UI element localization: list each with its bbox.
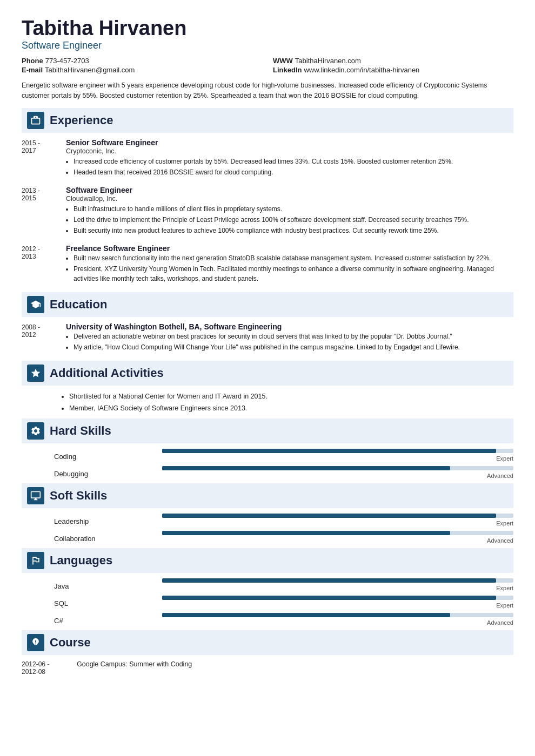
edu-1-bullet-2: My article, "How Cloud Computing Will Ch…	[73, 342, 513, 352]
hard-skill-1-fill	[162, 449, 496, 453]
job-3-bullet-1: Built new search functionality into the …	[73, 253, 513, 263]
job-1-bullet-1: Increased code efficiency of customer po…	[73, 157, 513, 166]
soft-skill-1-level: Expert	[496, 520, 513, 526]
settings-icon	[30, 426, 41, 436]
job-3-title: Freelance Software Engineer	[66, 244, 513, 253]
education-icon	[27, 296, 44, 313]
job-3-bullets: Built new search functionality into the …	[73, 253, 513, 284]
job-3-details: Freelance Software Engineer Built new se…	[66, 244, 513, 285]
languages-title: Languages	[50, 554, 112, 568]
hard-skill-1-level: Expert	[496, 455, 513, 462]
www-label: WWW	[273, 57, 293, 65]
edu-1-details: University of Washington Bothell, BA, So…	[66, 322, 513, 353]
candidate-name: Tabitha Hirvanen	[22, 17, 513, 40]
email-item: E-mailTabithaHirvanen@gmail.com	[22, 66, 262, 74]
job-1-details: Senior Software Engineer Cryptoconic, In…	[66, 138, 513, 178]
lang-3: C# Advanced	[22, 613, 513, 626]
activity-2: Member, IAENG Society of Software Engine…	[69, 403, 513, 414]
experience-list: 2015 -2017 Senior Software Engineer Cryp…	[22, 138, 513, 285]
job-1-bullets: Increased code efficiency of customer po…	[73, 157, 513, 177]
contact-grid: Phone773-457-2703 WWWTabithaHirvanen.com…	[22, 57, 513, 74]
lang-1-level: Expert	[496, 585, 513, 591]
resume-header: Tabitha Hirvanen Software Engineer Phone…	[22, 17, 513, 100]
additional-section-header: Additional Activities	[22, 361, 513, 386]
education-list: 2008 -2012 University of Washington Both…	[22, 322, 513, 353]
edu-1-bullets: Delivered an actionable webinar on best …	[73, 332, 513, 352]
candidate-title: Software Engineer	[22, 40, 513, 51]
job-2-details: Software Engineer Cloudwallop, Inc. Buil…	[66, 186, 513, 237]
lang-2-level: Expert	[496, 602, 513, 609]
course-1-title: Google Campus: Summer with Coding	[77, 660, 513, 676]
hard-skills-section-header: Hard Skills	[22, 418, 513, 443]
languages-section-header: Languages	[22, 548, 513, 573]
hard-skills-list: Coding Expert Debugging Advanced	[22, 449, 513, 479]
soft-skill-1-name: Leadership	[54, 517, 162, 526]
www-value: TabithaHirvanen.com	[295, 57, 361, 65]
job-1-title: Senior Software Engineer	[66, 138, 513, 147]
job-2-years: 2013 -2015	[22, 186, 59, 237]
briefcase-icon	[30, 115, 41, 126]
www-item: WWWTabithaHirvanen.com	[273, 57, 513, 65]
job-1: 2015 -2017 Senior Software Engineer Cryp…	[22, 138, 513, 178]
education-section-header: Education	[22, 292, 513, 317]
activity-1: Shortlisted for a National Center for Wo…	[69, 391, 513, 402]
flag-icon	[30, 555, 41, 566]
phone-label: Phone	[22, 57, 43, 65]
monitor-icon	[30, 490, 41, 501]
linkedin-label: LinkedIn	[273, 66, 302, 74]
edu-1-title: University of Washington Bothell, BA, So…	[66, 322, 513, 331]
star-icon	[30, 368, 41, 379]
hard-skill-1-bg	[162, 449, 513, 453]
soft-skill-2-fill	[162, 531, 450, 535]
course-section-header: Course	[22, 630, 513, 655]
lang-1-bg	[162, 578, 513, 583]
summary-text: Energetic software engineer with 5 years…	[22, 80, 513, 101]
soft-skill-1-bar: Expert	[162, 514, 513, 526]
lang-2: SQL Expert	[22, 596, 513, 609]
hard-skills-title: Hard Skills	[50, 424, 111, 438]
phone-value: 773-457-2703	[45, 57, 89, 65]
course-title: Course	[50, 636, 91, 650]
job-3: 2012 -2013 Freelance Software Engineer B…	[22, 244, 513, 285]
soft-skill-2-level: Advanced	[487, 537, 513, 544]
hard-skill-1: Coding Expert	[22, 449, 513, 462]
experience-icon	[27, 112, 44, 129]
linkedin-value: www.linkedin.com/in/tabitha-hirvanen	[304, 66, 419, 74]
job-1-company: Cryptoconic, Inc.	[66, 147, 513, 155]
job-2-bullet-1: Built infrastructure to handle millions …	[73, 204, 513, 214]
soft-skill-1-bg	[162, 514, 513, 518]
course-list: 2012-06 -2012-08 Google Campus: Summer w…	[22, 660, 513, 676]
soft-skills-list: Leadership Expert Collaboration Advanced	[22, 514, 513, 544]
lightbulb-icon	[30, 637, 41, 648]
course-1: 2012-06 -2012-08 Google Campus: Summer w…	[22, 660, 513, 676]
job-1-years: 2015 -2017	[22, 138, 59, 178]
lang-2-bar: Expert	[162, 596, 513, 609]
soft-skills-icon	[27, 487, 44, 504]
soft-skill-2-name: Collaboration	[54, 535, 162, 544]
linkedin-item: LinkedInwww.linkedin.com/in/tabitha-hirv…	[273, 66, 513, 74]
hard-skill-2-name: Debugging	[54, 470, 162, 479]
hard-skill-1-name: Coding	[54, 453, 162, 462]
languages-icon	[27, 552, 44, 569]
hard-skill-2-fill	[162, 466, 450, 470]
lang-2-fill	[162, 596, 496, 600]
activities-list: Shortlisted for a National Center for Wo…	[62, 391, 513, 414]
hard-skill-2-level: Advanced	[487, 473, 513, 479]
course-1-years: 2012-06 -2012-08	[22, 660, 70, 676]
lang-2-name: SQL	[54, 599, 162, 609]
lang-1-bar: Expert	[162, 578, 513, 591]
job-3-bullet-2: President, XYZ University Young Women in…	[73, 264, 513, 284]
languages-list: Java Expert SQL Expert C# Advanced	[22, 578, 513, 626]
hard-skills-icon	[27, 422, 44, 440]
edu-1-years: 2008 -2012	[22, 322, 59, 353]
email-value: TabithaHirvanen@gmail.com	[45, 66, 135, 74]
edu-1: 2008 -2012 University of Washington Both…	[22, 322, 513, 353]
job-2-title: Software Engineer	[66, 186, 513, 194]
lang-3-level: Advanced	[487, 619, 513, 626]
soft-skills-title: Soft Skills	[50, 489, 107, 503]
lang-1-name: Java	[54, 582, 162, 591]
lang-3-fill	[162, 613, 450, 617]
job-2-bullet-2: Led the drive to implement the Principle…	[73, 215, 513, 225]
soft-skills-section-header: Soft Skills	[22, 483, 513, 508]
edu-1-bullet-1: Delivered an actionable webinar on best …	[73, 332, 513, 341]
